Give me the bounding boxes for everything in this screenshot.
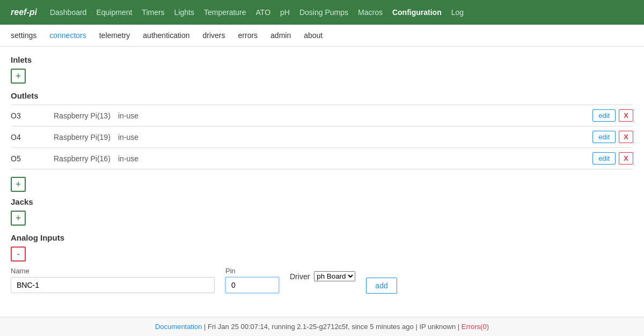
remove-analog-input-button[interactable]: - xyxy=(11,247,26,262)
analog-inputs-form: Name Pin Driver ph Board add xyxy=(11,267,633,294)
outlet-actions-o3: edit X xyxy=(592,109,633,122)
nav-equipment[interactable]: Equipment xyxy=(96,8,132,17)
nav-configuration[interactable]: Configuration xyxy=(392,8,442,17)
subnav-admin[interactable]: admin xyxy=(270,31,291,40)
nav-ato[interactable]: ATO xyxy=(256,8,271,17)
nav-log[interactable]: Log xyxy=(451,8,464,17)
pin-input[interactable] xyxy=(225,277,279,293)
outlet-status-o4: in-use xyxy=(118,133,161,141)
edit-outlet-o3-button[interactable]: edit xyxy=(592,109,616,122)
subnav-errors[interactable]: errors xyxy=(238,31,258,40)
jacks-title: Jacks xyxy=(11,197,633,206)
driver-row: Driver ph Board xyxy=(290,271,355,281)
driver-label: Driver xyxy=(290,272,310,281)
delete-outlet-o3-button[interactable]: X xyxy=(619,109,633,122)
outlet-actions-o4: edit X xyxy=(592,131,633,143)
outlet-pin-o4: Raspberry Pi(19) xyxy=(54,133,118,141)
outlet-pin-o3: Raspberry Pi(13) xyxy=(54,111,118,120)
top-navigation: reef-pi Dashboard Equipment Timers Light… xyxy=(0,0,644,25)
subnav-authentication[interactable]: authentication xyxy=(143,31,189,40)
driver-field-group: Driver ph Board xyxy=(290,267,355,281)
edit-outlet-o4-button[interactable]: edit xyxy=(592,131,616,143)
edit-outlet-o5-button[interactable]: edit xyxy=(592,152,616,165)
subnav-connectors[interactable]: connectors xyxy=(49,31,86,40)
inlets-section: Inlets + xyxy=(11,55,633,84)
subnav-telemetry[interactable]: telemetry xyxy=(99,31,130,40)
subnav-drivers[interactable]: drivers xyxy=(203,31,225,40)
name-field-group: Name xyxy=(11,267,215,293)
outlets-section: Outlets O3 Raspberry Pi(13) in-use edit … xyxy=(11,91,633,169)
outlet-name-o4: O4 xyxy=(11,133,54,141)
nav-ph[interactable]: pH xyxy=(280,8,290,17)
inlets-title: Inlets xyxy=(11,55,633,64)
nav-links: Dashboard Equipment Timers Lights Temper… xyxy=(50,8,464,17)
outlet-actions-o5: edit X xyxy=(592,152,633,165)
add-analog-input-button[interactable]: add xyxy=(366,278,397,294)
subnav-settings[interactable]: settings xyxy=(11,31,36,40)
table-row: O5 Raspberry Pi(16) in-use edit X xyxy=(11,147,633,169)
nav-macros[interactable]: Macros xyxy=(358,8,383,17)
outlet-pin-o5: Raspberry Pi(16) xyxy=(54,154,118,163)
pin-label: Pin xyxy=(225,267,279,275)
driver-select[interactable]: ph Board xyxy=(314,271,355,281)
nav-dosing-pumps[interactable]: Dosing Pumps xyxy=(299,8,348,17)
outlet-name-o5: O5 xyxy=(11,154,54,163)
sub-navigation: settings connectors telemetry authentica… xyxy=(0,25,644,47)
table-row: O3 Raspberry Pi(13) in-use edit X xyxy=(11,104,633,126)
nav-dashboard[interactable]: Dashboard xyxy=(50,8,87,17)
outlet-status-o5: in-use xyxy=(118,154,161,163)
analog-inputs-section: Analog Inputs - Name Pin Driver ph Board xyxy=(11,233,633,294)
analog-inputs-title: Analog Inputs xyxy=(11,233,633,242)
name-label: Name xyxy=(11,267,215,275)
delete-outlet-o4-button[interactable]: X xyxy=(619,131,633,143)
nav-temperature[interactable]: Temperature xyxy=(204,8,246,17)
nav-lights[interactable]: Lights xyxy=(174,8,194,17)
logo: reef-pi xyxy=(11,8,37,17)
add-jack-button[interactable]: + xyxy=(11,211,26,226)
add-outlet-button[interactable]: + xyxy=(11,177,26,192)
name-input[interactable] xyxy=(11,277,215,293)
outlet-status-o3: in-use xyxy=(118,111,161,120)
delete-outlet-o5-button[interactable]: X xyxy=(619,152,633,165)
outlet-name-o3: O3 xyxy=(11,111,54,120)
main-content: Inlets + Outlets O3 Raspberry Pi(13) in-… xyxy=(0,47,644,302)
jacks-section: + Jacks + xyxy=(11,177,633,226)
nav-timers[interactable]: Timers xyxy=(142,8,164,17)
add-inlet-button[interactable]: + xyxy=(11,69,26,84)
pin-field-group: Pin xyxy=(225,267,279,293)
outlets-title: Outlets xyxy=(11,91,633,100)
table-row: O4 Raspberry Pi(19) in-use edit X xyxy=(11,126,633,147)
subnav-about[interactable]: about xyxy=(304,31,323,40)
